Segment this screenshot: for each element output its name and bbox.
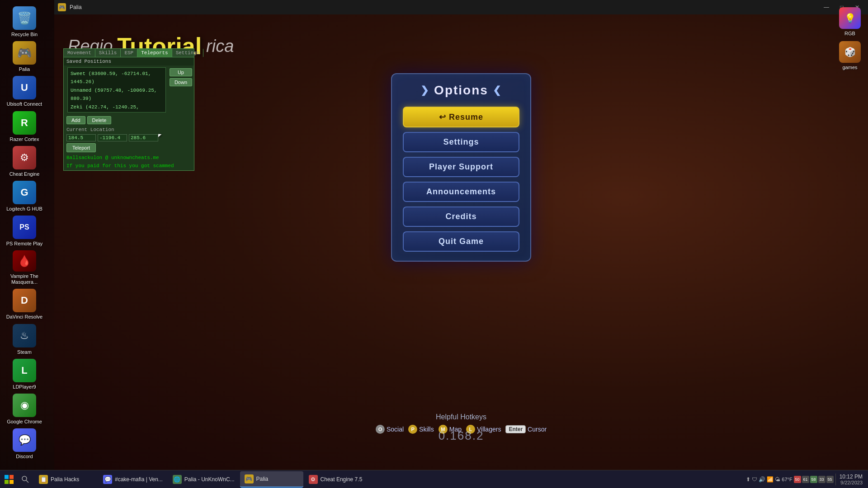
quit-game-button[interactable]: Quit Game bbox=[403, 231, 519, 252]
ldplayer-icon: L bbox=[13, 359, 36, 382]
options-title-text: Options bbox=[434, 83, 488, 98]
cheat-tab-skills[interactable]: Skills bbox=[95, 49, 121, 57]
tray-notif-2[interactable]: 61 bbox=[802, 476, 809, 483]
position-item-0[interactable]: Sweet (83600.59, -62714.01, 1445.26) bbox=[70, 70, 164, 86]
options-arrow-left: ❯ bbox=[420, 84, 429, 96]
svg-rect-2 bbox=[5, 480, 9, 484]
announcements-button[interactable]: Announcements bbox=[403, 182, 519, 202]
logitech-label: Logitech G HUB bbox=[6, 206, 42, 212]
credit-line-2: If you paid for this you got scammed bbox=[64, 162, 194, 170]
sidebar-icon-cheat-engine[interactable]: ⚙ Cheat Engine bbox=[2, 144, 47, 179]
cheat-tab-esp[interactable]: ESP bbox=[121, 49, 137, 57]
right-icon-rgb[interactable]: 💡 RGB bbox=[834, 5, 866, 38]
steam-icon: ♨ bbox=[13, 324, 36, 347]
credits-button[interactable]: Credits bbox=[403, 206, 519, 227]
player-support-button[interactable]: Player Support bbox=[403, 157, 519, 177]
sidebar-icon-razer[interactable]: R Razer Cortex bbox=[2, 109, 47, 144]
cheat-tab-teleports[interactable]: Teleports bbox=[137, 49, 172, 57]
tray-icon-3[interactable]: 🔊 bbox=[759, 476, 765, 483]
weather-temp: 67°F bbox=[782, 477, 792, 482]
taskbar-app-palia-unknownc[interactable]: 🌐 Palia - UnKnoWnC... bbox=[168, 471, 239, 488]
vampire-icon: 🩸 bbox=[13, 250, 36, 272]
razer-icon: R bbox=[13, 111, 36, 135]
delete-button[interactable]: Delete bbox=[87, 116, 112, 124]
davinci-icon: D bbox=[13, 289, 36, 312]
ldplayer-label: LDPlayer9 bbox=[13, 384, 36, 390]
cheat-engine-panel: Movement Skills ESP Teleports Settings S… bbox=[63, 48, 194, 171]
version-number: 0.168.2 bbox=[439, 429, 484, 443]
cheat-tab-movement[interactable]: Movement bbox=[64, 49, 95, 57]
palia-label: Palia bbox=[19, 66, 30, 72]
options-panel: ❯ Options ❮ ↩ Resume Settings Player Sup… bbox=[391, 73, 531, 262]
search-button[interactable] bbox=[18, 470, 33, 488]
sidebar-icon-logitech[interactable]: G Logitech G HUB bbox=[2, 179, 47, 214]
razer-label: Razer Cortex bbox=[10, 136, 39, 142]
sidebar-icon-steam[interactable]: ♨ Steam bbox=[2, 322, 47, 357]
taskbar-app-palia[interactable]: 🎮 Palia bbox=[240, 471, 303, 488]
add-delete-row: Add Delete bbox=[64, 114, 194, 126]
sidebar-icon-vampire[interactable]: 🩸 Vampire The Masquera... bbox=[2, 249, 47, 287]
tray-icons: ⬆ 🛡 🔊 📶 🌤 67°F 50 61 58 33 55 bbox=[746, 476, 833, 483]
coord-z[interactable] bbox=[129, 134, 158, 141]
cheat-tab-settings[interactable]: Settings bbox=[172, 49, 204, 57]
svg-point-4 bbox=[22, 476, 27, 481]
vampire-label: Vampire The Masquera... bbox=[4, 273, 45, 285]
cheat-engine-icon: ⚙ bbox=[13, 146, 36, 169]
right-icon-games[interactable]: 🎲 games bbox=[834, 38, 866, 72]
hotkey-skills: P Skills bbox=[408, 425, 434, 434]
add-button[interactable]: Add bbox=[66, 116, 85, 124]
position-item-2[interactable]: Zeki (422.74, -1240.25, 285.54) bbox=[70, 103, 164, 113]
game-content: Regio Tutorial rica Movement Skills ESP … bbox=[54, 14, 868, 470]
sidebar-icon-recycle-bin[interactable]: 🗑️ Recycle Bin bbox=[2, 5, 47, 39]
tray-notif-5[interactable]: 55 bbox=[826, 476, 834, 483]
skills-label: Skills bbox=[419, 426, 434, 433]
start-button[interactable] bbox=[0, 470, 18, 488]
resume-button[interactable]: ↩ Resume bbox=[403, 107, 519, 127]
tray-notif-1[interactable]: 50 bbox=[794, 476, 801, 483]
right-sidebar: 💡 RGB 🎲 games bbox=[832, 0, 868, 72]
tray-icon-4[interactable]: 📶 bbox=[767, 476, 774, 483]
sidebar-icon-davinci[interactable]: D DaVinci Resolve bbox=[2, 287, 47, 322]
coord-y[interactable] bbox=[98, 134, 127, 141]
ps-icon: PS bbox=[13, 216, 36, 239]
cursor-label: Cursor bbox=[528, 426, 547, 433]
sidebar-icon-chrome[interactable]: ◉ Google Chrome bbox=[2, 392, 47, 427]
settings-button[interactable]: Settings bbox=[403, 132, 519, 152]
taskbar-tray: ⬆ 🛡 🔊 📶 🌤 67°F 50 61 58 33 55 10:12 PM 9… bbox=[746, 474, 868, 485]
clock-time: 10:12 PM bbox=[840, 474, 863, 480]
tray-icon-1[interactable]: ⬆ bbox=[746, 476, 750, 483]
taskbar-app-cake-mafia[interactable]: 💬 #cake-mafia | Ven... bbox=[99, 471, 167, 488]
sidebar-icon-palia[interactable]: 🎮 Palia bbox=[2, 39, 47, 74]
tray-notif-4[interactable]: 33 bbox=[818, 476, 826, 483]
steam-label: Steam bbox=[17, 349, 32, 355]
taskbar-app-palia-hacks[interactable]: 📋 Palia Hacks bbox=[34, 471, 98, 488]
down-button[interactable]: Down bbox=[170, 78, 192, 86]
hotkey-cursor: Enter Cursor bbox=[505, 425, 547, 433]
tray-icon-2[interactable]: 🛡 bbox=[752, 476, 757, 483]
chrome-icon: ◉ bbox=[13, 394, 36, 417]
palia-app-icon: 🎮 bbox=[245, 474, 254, 483]
coord-x[interactable] bbox=[66, 134, 96, 141]
hotkeys-title: Helpful Hotkeys bbox=[376, 413, 547, 421]
sidebar-icon-ubisoft[interactable]: U Ubisoft Connect bbox=[2, 74, 47, 109]
sidebar-icon-ldplayer[interactable]: L LDPlayer9 bbox=[2, 357, 47, 392]
sidebar-icon-discord[interactable]: 💬 Discord bbox=[2, 427, 47, 461]
options-arrow-right: ❮ bbox=[493, 84, 502, 96]
sidebar-icon-ps-remote[interactable]: PS PS Remote Play bbox=[2, 214, 47, 249]
social-label: Social bbox=[387, 426, 404, 433]
tutorial-sub-text: rica bbox=[206, 37, 234, 56]
ubisoft-label: Ubisoft Connect bbox=[7, 101, 42, 107]
taskbar-clock[interactable]: 10:12 PM 9/22/2023 bbox=[835, 474, 864, 485]
svg-rect-0 bbox=[5, 475, 9, 479]
taskbar-app-cheat-engine[interactable]: ⚙ Cheat Engine 7.5 bbox=[304, 471, 368, 488]
weather-icon[interactable]: 🌤 bbox=[775, 476, 780, 483]
logitech-icon: G bbox=[13, 181, 36, 204]
svg-rect-1 bbox=[9, 475, 14, 479]
teleport-button[interactable]: Teleport bbox=[66, 143, 96, 152]
up-button[interactable]: Up bbox=[170, 68, 192, 76]
games-label: games bbox=[842, 65, 857, 70]
tray-notif-3[interactable]: 58 bbox=[810, 476, 817, 483]
position-item-1[interactable]: Unnamed (59757.48, -10069.25, 880.39) bbox=[70, 86, 164, 103]
taskbar: 📋 Palia Hacks 💬 #cake-mafia | Ven... 🌐 P… bbox=[0, 470, 868, 488]
saved-positions-list[interactable]: Sweet (83600.59, -62714.01, 1445.26) Unn… bbox=[67, 67, 166, 113]
